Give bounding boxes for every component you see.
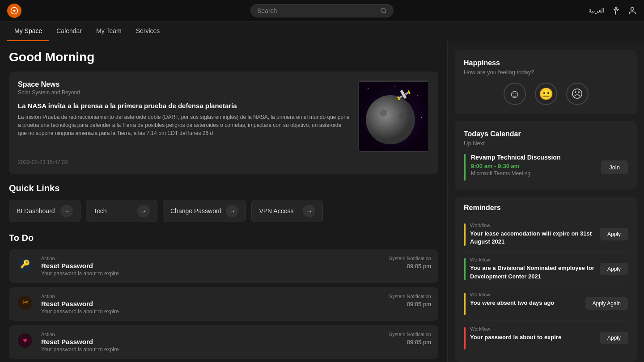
svg-point-8 xyxy=(394,86,395,87)
todo-item: ✂ Action Reset Password Your password is… xyxy=(9,287,438,321)
svg-point-10 xyxy=(421,117,422,118)
reminder-content-2: Workflow You are a Divisional Nominated … xyxy=(470,257,596,280)
app-logo[interactable] xyxy=(7,4,21,18)
todo-item: 🔑 Action Reset Password Your password is… xyxy=(9,249,438,283)
quick-link-bi-dashboard[interactable]: BI Dashboard → xyxy=(9,200,80,222)
todo-item: ♥ Action Reset Password Your password is… xyxy=(9,325,438,359)
nav-tabs: My Space Calendar My Team Services xyxy=(0,21,644,41)
reminder-content-4: Workflow Your password is about to expir… xyxy=(470,326,596,341)
reminder-bar-3 xyxy=(464,293,466,315)
user-icon[interactable] xyxy=(628,6,637,15)
reminders-title: Reminders xyxy=(464,204,628,212)
search-input[interactable] xyxy=(257,7,377,14)
todo-desc: Your password is about to expire xyxy=(41,270,382,277)
left-column: Good Morning Space News Solar System and… xyxy=(0,41,447,362)
search-bar[interactable] xyxy=(250,4,394,17)
happiness-subtitle: How are you feeling today? xyxy=(464,69,628,76)
reminder-item-4: Workflow Your password is about to expir… xyxy=(464,321,628,355)
search-icon xyxy=(380,7,387,14)
quick-link-tech[interactable]: Tech → xyxy=(86,200,157,222)
emoji-neutral[interactable]: 😐 xyxy=(535,83,557,105)
calendar-bar xyxy=(464,154,466,181)
news-headline: La NASA invita a la prensa a la primera … xyxy=(18,102,351,109)
news-image xyxy=(358,80,429,152)
reminder-workflow-2: Workflow xyxy=(470,257,596,262)
todo-label: Action xyxy=(41,294,382,299)
todo-label: Action xyxy=(41,332,382,337)
reminder-workflow-1: Workflow xyxy=(470,223,596,228)
quick-link-arrow: → xyxy=(137,205,150,217)
todo-content-1: Action Reset Password Your password is a… xyxy=(41,256,382,277)
quick-link-arrow: → xyxy=(226,205,238,217)
reminder-bar-4 xyxy=(464,327,466,349)
quick-links-title: Quick Links xyxy=(9,183,438,194)
svg-line-2 xyxy=(385,12,386,13)
svg-point-15 xyxy=(377,122,381,126)
main-layout: Good Morning Space News Solar System and… xyxy=(0,41,644,362)
reminder-apply-again-btn[interactable]: Apply Again xyxy=(585,297,628,310)
todo-meta-1: System Notification 09:05 pm xyxy=(389,256,431,269)
reminder-item-2: Workflow You are a Divisional Nominated … xyxy=(464,252,628,286)
todo-section: 🔑 Action Reset Password Your password is… xyxy=(9,249,438,359)
todo-title: To Do xyxy=(9,233,438,243)
reminder-content-1: Workflow Your lease accomodation will ex… xyxy=(470,223,596,246)
todo-name: Reset Password xyxy=(41,338,382,345)
emoji-happy[interactable]: ☺ xyxy=(504,83,526,105)
event-time: 9:00 am - 9:30 am xyxy=(471,163,560,169)
tab-my-team[interactable]: My Team xyxy=(89,21,129,41)
todo-icon-1: 🔑 xyxy=(16,256,34,274)
arabic-label[interactable]: العربية xyxy=(589,7,605,14)
reminder-bar-2 xyxy=(464,258,466,280)
news-text: Space News Solar System and Beyond La NA… xyxy=(18,80,351,152)
svg-point-12 xyxy=(380,109,387,117)
quick-link-change-password[interactable]: Change Password → xyxy=(163,200,246,222)
news-subtitle: Solar System and Beyond xyxy=(18,89,351,96)
reminder-apply-btn-1[interactable]: Apply xyxy=(600,228,628,240)
tab-my-space[interactable]: My Space xyxy=(7,21,49,41)
tab-services[interactable]: Services xyxy=(129,21,167,41)
happiness-title: Happiness xyxy=(464,59,628,67)
svg-text:✂: ✂ xyxy=(22,299,28,306)
calendar-event: Revamp Technical Discussion 9:00 am - 9:… xyxy=(464,154,628,181)
calendar-title: Todays Calendar xyxy=(464,130,628,138)
quick-links: BI Dashboard → Tech → Change Password → … xyxy=(9,200,438,222)
svg-point-1 xyxy=(381,8,386,13)
todo-label: Action xyxy=(41,256,382,261)
svg-point-11 xyxy=(366,95,415,144)
todo-desc: Your password is about to expire xyxy=(41,308,382,315)
join-button[interactable]: Join xyxy=(601,160,628,174)
reminder-apply-btn-2[interactable]: Apply xyxy=(600,263,628,275)
calendar-subtitle: Up Next xyxy=(464,140,628,147)
quick-link-arrow: → xyxy=(303,205,315,217)
reminder-apply-btn-4[interactable]: Apply xyxy=(600,332,628,344)
svg-point-7 xyxy=(417,95,418,96)
emoji-sad[interactable]: ☹ xyxy=(566,83,589,105)
emoji-row: ☺ 😐 ☹ xyxy=(464,83,628,105)
event-title: Revamp Technical Discussion xyxy=(471,154,560,161)
todo-meta-2: System Notification 09:05 pm xyxy=(389,294,431,307)
news-body: La misión Prueba de redireccionamiento d… xyxy=(18,113,351,137)
reminder-workflow-3: Workflow xyxy=(470,292,581,297)
svg-point-4 xyxy=(631,7,634,10)
tab-calendar[interactable]: Calendar xyxy=(49,21,89,41)
top-bar: العربية xyxy=(0,0,644,21)
calendar-event-details: Revamp Technical Discussion 9:00 am - 9:… xyxy=(471,154,560,177)
quick-link-vpn-access[interactable]: VPN Access → xyxy=(251,200,323,222)
svg-point-13 xyxy=(393,124,397,129)
reminder-text-4: Your password is about to expire xyxy=(470,333,596,341)
reminder-content-3: Workflow You were absent two days ago xyxy=(470,292,581,307)
reminder-text-2: You are a Divisional Nominated employee … xyxy=(470,264,596,280)
quick-link-arrow: → xyxy=(60,205,73,217)
happiness-card: Happiness How are you feeling today? ☺ 😐… xyxy=(455,50,637,114)
news-timestamp: 2022-08-23 15:47:00 xyxy=(18,159,429,165)
accessibility-icon[interactable] xyxy=(612,6,621,15)
todo-content-2: Action Reset Password Your password is a… xyxy=(41,294,382,315)
event-location: Microsoft Teams Meeting xyxy=(471,170,560,177)
calendar-card: Todays Calendar Up Next Revamp Technical… xyxy=(455,121,637,189)
svg-text:♥: ♥ xyxy=(23,337,27,344)
reminder-item-3: Workflow You were absent two days ago Ap… xyxy=(464,286,628,321)
reminder-item-1: Workflow Your lease accomodation will ex… xyxy=(464,217,628,252)
todo-name: Reset Password xyxy=(41,300,382,307)
svg-text:🔑: 🔑 xyxy=(20,259,30,269)
todo-content-3: Action Reset Password Your password is a… xyxy=(41,332,382,353)
